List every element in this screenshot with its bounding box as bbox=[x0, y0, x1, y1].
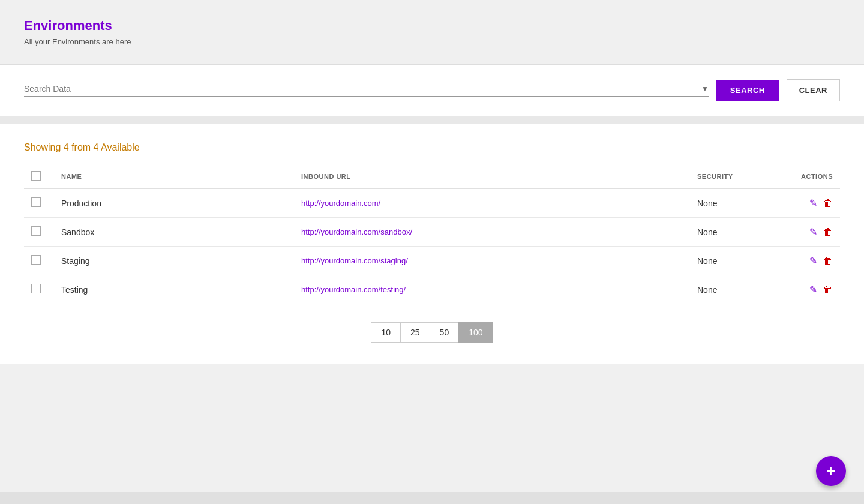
divider bbox=[0, 118, 864, 124]
row-url: http://yourdomain.com/ bbox=[294, 188, 690, 218]
row-url: http://yourdomain.com/sandbox/ bbox=[294, 218, 690, 247]
col-header-actions: ACTIONS bbox=[780, 165, 840, 188]
table-row: Staging http://yourdomain.com/staging/ N… bbox=[24, 247, 840, 275]
row-name: Sandbox bbox=[54, 218, 294, 247]
row-checkbox-cell[interactable] bbox=[24, 218, 54, 247]
edit-icon[interactable]: ✎ bbox=[809, 226, 817, 238]
environments-table: NAME INBOUND URL SECURITY ACTIONS Produc… bbox=[24, 165, 840, 304]
row-name: Testing bbox=[54, 275, 294, 304]
row-actions: ✎ 🗑 bbox=[780, 188, 840, 218]
row-url: http://yourdomain.com/testing/ bbox=[294, 275, 690, 304]
search-button[interactable]: SEARCH bbox=[716, 80, 779, 101]
table-row: Testing http://yourdomain.com/testing/ N… bbox=[24, 275, 840, 304]
row-actions: ✎ 🗑 bbox=[780, 218, 840, 247]
delete-icon[interactable]: 🗑 bbox=[823, 284, 833, 295]
chevron-down-icon[interactable]: ▼ bbox=[701, 85, 709, 93]
page-title: Environments bbox=[24, 18, 840, 34]
showing-count: Showing 4 from 4 Available bbox=[24, 142, 840, 153]
row-url: http://yourdomain.com/staging/ bbox=[294, 247, 690, 275]
table-row: Sandbox http://yourdomain.com/sandbox/ N… bbox=[24, 218, 840, 247]
search-input-wrapper: ▼ bbox=[24, 84, 709, 97]
row-checkbox-cell[interactable] bbox=[24, 247, 54, 275]
table-row: Production http://yourdomain.com/ None ✎… bbox=[24, 188, 840, 218]
pagination: 102550100 bbox=[24, 322, 840, 343]
row-security: None bbox=[690, 188, 780, 218]
edit-icon[interactable]: ✎ bbox=[809, 197, 817, 209]
row-checkbox[interactable] bbox=[31, 226, 41, 236]
col-header-security: SECURITY bbox=[690, 165, 780, 188]
clear-button[interactable]: CLEAR bbox=[787, 79, 840, 101]
row-name: Staging bbox=[54, 247, 294, 275]
col-header-check[interactable] bbox=[24, 165, 54, 188]
pagination-button-10[interactable]: 10 bbox=[371, 322, 400, 343]
delete-icon[interactable]: 🗑 bbox=[823, 227, 833, 238]
pagination-button-25[interactable]: 25 bbox=[400, 322, 430, 343]
pagination-button-100[interactable]: 100 bbox=[458, 322, 493, 343]
row-security: None bbox=[690, 247, 780, 275]
row-security: None bbox=[690, 218, 780, 247]
row-checkbox[interactable] bbox=[31, 197, 41, 207]
content-section: Showing 4 from 4 Available NAME INBOUND … bbox=[0, 124, 864, 364]
page-subtitle: All your Environments are here bbox=[24, 37, 840, 46]
edit-icon[interactable]: ✎ bbox=[809, 284, 817, 295]
row-actions: ✎ 🗑 bbox=[780, 275, 840, 304]
header-section: Environments All your Environments are h… bbox=[0, 0, 864, 65]
select-all-checkbox[interactable] bbox=[31, 171, 41, 181]
row-checkbox-cell[interactable] bbox=[24, 188, 54, 218]
delete-icon[interactable]: 🗑 bbox=[823, 198, 833, 209]
delete-icon[interactable]: 🗑 bbox=[823, 256, 833, 266]
row-checkbox[interactable] bbox=[31, 284, 41, 293]
row-name: Production bbox=[54, 188, 294, 218]
search-section: ▼ SEARCH CLEAR bbox=[0, 65, 864, 118]
row-actions: ✎ 🗑 bbox=[780, 247, 840, 275]
pagination-button-50[interactable]: 50 bbox=[430, 322, 459, 343]
col-header-url: INBOUND URL bbox=[294, 165, 690, 188]
edit-icon[interactable]: ✎ bbox=[809, 255, 817, 266]
row-security: None bbox=[690, 275, 780, 304]
search-input[interactable] bbox=[24, 84, 701, 94]
row-checkbox[interactable] bbox=[31, 255, 41, 265]
col-header-name: NAME bbox=[54, 165, 294, 188]
row-checkbox-cell[interactable] bbox=[24, 275, 54, 304]
